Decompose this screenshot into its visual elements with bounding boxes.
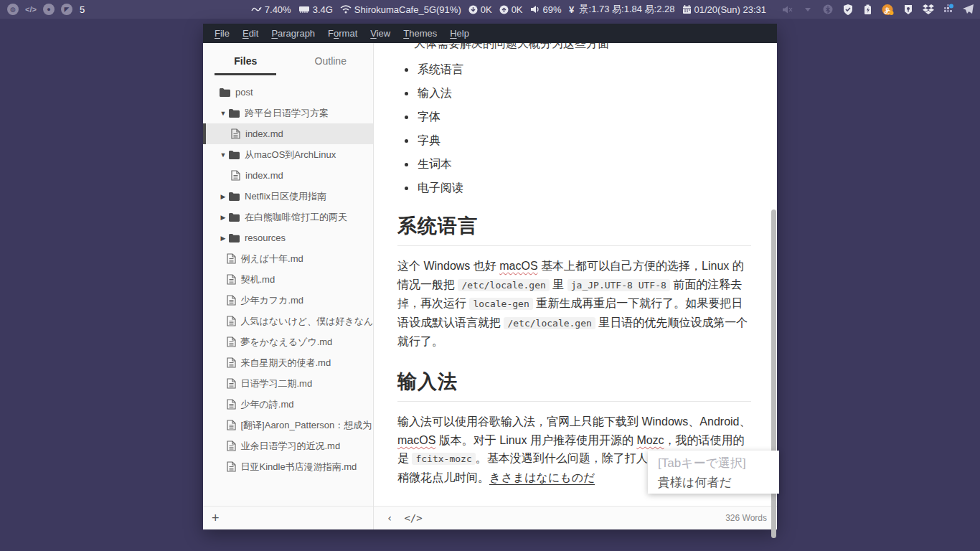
- file-tree: post▼跨平台日语学习方案index.md▼从macOS到ArchLinuxi…: [203, 79, 373, 506]
- tree-folder[interactable]: ▼跨平台日语学习方案: [203, 103, 373, 123]
- fcitx-input-method-icon[interactable]: あ: [882, 4, 894, 16]
- text-code: /etc/locale.gen: [504, 317, 595, 329]
- connect-pixels-icon[interactable]: [942, 4, 954, 16]
- tree-label: index.md: [245, 170, 283, 181]
- tree-label: [翻译]Aaron_Patterson：想成为: [241, 419, 372, 432]
- volume-muted-icon[interactable]: [781, 4, 793, 16]
- add-file-button[interactable]: +: [212, 512, 220, 524]
- folder-icon: [229, 234, 240, 242]
- sidebar-footer: +: [203, 506, 373, 529]
- section-heading: 输入法: [397, 369, 751, 402]
- sidebar-toggle-icon[interactable]: ‹: [387, 512, 392, 524]
- chevron-down-icon[interactable]: ▼: [220, 151, 227, 159]
- tree-file[interactable]: 少年の詩.md: [203, 394, 373, 415]
- svg-text:¥: ¥: [569, 5, 575, 14]
- tree-label: 在白熊咖啡馆打工的两天: [245, 211, 347, 224]
- tree-file[interactable]: 日语学习二期.md: [203, 373, 373, 394]
- bullet-item: 字体: [397, 110, 751, 124]
- text-code: fcitx-mozc: [412, 453, 475, 465]
- keylock-icon[interactable]: [902, 4, 914, 16]
- file-icon: [227, 378, 236, 389]
- tree-label: 来自星期天的使者.md: [241, 357, 331, 369]
- taskbar-app-icons: ◍</>●◤: [0, 4, 72, 15]
- tree-folder[interactable]: post: [203, 82, 373, 103]
- download-icon: [468, 5, 478, 14]
- bluetooth-icon[interactable]: [821, 4, 834, 16]
- plane-circle-icon[interactable]: ◤: [61, 4, 72, 15]
- menu-themes[interactable]: Themes: [397, 28, 443, 39]
- menu-help[interactable]: Help: [443, 28, 476, 39]
- bullet-item: 输入法: [397, 86, 751, 100]
- word-count: 326 Words: [725, 513, 767, 523]
- ime-candidate-text[interactable]: 貴様は何者だ: [658, 474, 779, 491]
- text-code: /etc/locale.gen: [458, 279, 549, 291]
- bullet-item: 字典: [397, 133, 751, 148]
- chevron-right-icon[interactable]: ▶: [220, 235, 227, 242]
- bullet-item: 电子阅读: [397, 181, 751, 195]
- cpu-wave-icon: [251, 5, 262, 14]
- chevron-right-icon[interactable]: ▶: [220, 214, 227, 221]
- editor-content[interactable]: 大体需要解决的问题大概分为这些方面 系统语言输入法字体字典生词本电子阅读系统语言…: [374, 43, 777, 506]
- text-preedit: きさまはなにものだ: [489, 471, 595, 485]
- status-text: ShirokumaCafe_5G(91%): [354, 4, 461, 15]
- status-text: 3.4G: [313, 4, 333, 15]
- file-icon: [227, 461, 236, 472]
- source-mode-icon[interactable]: </>: [404, 512, 422, 524]
- tree-file[interactable]: 少年カフカ.md: [203, 290, 373, 311]
- tab-outline[interactable]: Outline: [288, 43, 374, 79]
- dropdown-arrow-icon[interactable]: [801, 4, 814, 16]
- calendar-icon: [682, 5, 692, 14]
- status-wifi: ShirokumaCafe_5G(91%): [340, 4, 461, 15]
- app-circle-icon[interactable]: ●: [43, 4, 55, 15]
- dropbox-icon[interactable]: [922, 4, 934, 16]
- menu-format[interactable]: Format: [321, 28, 364, 39]
- tree-file[interactable]: 日亚Kindle书店漫游指南.md: [203, 456, 373, 477]
- telegram-icon[interactable]: [962, 4, 974, 16]
- tree-label: index.md: [245, 128, 283, 139]
- text: 输入法可以使用谷歌输入法，官网上只能下载到 Windows、Android、: [397, 415, 751, 428]
- battery-charging-icon[interactable]: [862, 4, 874, 16]
- tree-folder[interactable]: ▶Netflix日区使用指南: [203, 186, 373, 207]
- wifi-icon: [340, 5, 352, 14]
- tab-files[interactable]: Files: [203, 43, 288, 79]
- tree-file[interactable]: 夢をかなえるゾウ.md: [203, 331, 373, 352]
- file-icon: [231, 128, 240, 139]
- tree-label: 少年の詩.md: [241, 398, 294, 411]
- tree-file[interactable]: index.md: [203, 165, 373, 186]
- tree-file[interactable]: [翻译]Aaron_Patterson：想成为: [203, 415, 373, 435]
- tree-file[interactable]: index.md: [203, 123, 373, 144]
- bullet-item: 系统语言: [397, 62, 751, 77]
- tree-file[interactable]: 业余日语学习的近况.md: [203, 435, 373, 456]
- menu-file[interactable]: File: [208, 28, 236, 39]
- folder-icon: [220, 88, 230, 97]
- status-text: 69%: [543, 4, 562, 15]
- workspace-number[interactable]: 5: [80, 4, 85, 15]
- editor-footer: ‹ </> 326 Words: [374, 506, 777, 529]
- menu-bar: FileEditParagraphFormatViewThemesHelp: [203, 24, 777, 43]
- tree-folder[interactable]: ▶resources: [203, 227, 373, 248]
- tree-file[interactable]: 契机.md: [203, 269, 373, 290]
- menu-edit[interactable]: Edit: [236, 28, 265, 39]
- menu-view[interactable]: View: [364, 28, 397, 39]
- ram-icon: [298, 5, 310, 14]
- file-icon: [227, 441, 236, 451]
- menu-paragraph[interactable]: Paragraph: [265, 28, 321, 39]
- typora-window: FileEditParagraphFormatViewThemesHelp Fi…: [203, 24, 777, 529]
- tree-folder[interactable]: ▼从macOS到ArchLinux: [203, 144, 373, 165]
- globe-icon[interactable]: ◍: [7, 4, 19, 15]
- tree-folder[interactable]: ▶在白熊咖啡馆打工的两天: [203, 207, 373, 227]
- tree-file[interactable]: 人気はないけど、僕は好きなん: [203, 311, 373, 331]
- status-download: 0K: [468, 4, 492, 15]
- code-icon[interactable]: </>: [25, 4, 37, 15]
- ime-candidate-popup: [Tabキーで選択] 貴様は何者だ: [648, 451, 779, 494]
- clipped-text-line: 大体需要解决的问题大概分为这些方面: [397, 43, 751, 51]
- shield-check-icon[interactable]: [842, 4, 854, 16]
- text-spell: Mozc: [636, 434, 664, 446]
- text-code: locale-gen: [469, 298, 532, 310]
- tree-file[interactable]: 来自星期天的使者.md: [203, 352, 373, 373]
- status-area: 7.40%3.4GShirokumaCafe_5G(91%)0K0K69%¥景:…: [251, 3, 980, 16]
- yen-icon: ¥: [569, 5, 577, 14]
- chevron-down-icon[interactable]: ▼: [220, 110, 227, 117]
- chevron-right-icon[interactable]: ▶: [220, 193, 227, 200]
- tree-file[interactable]: 例えば十年.md: [203, 248, 373, 269]
